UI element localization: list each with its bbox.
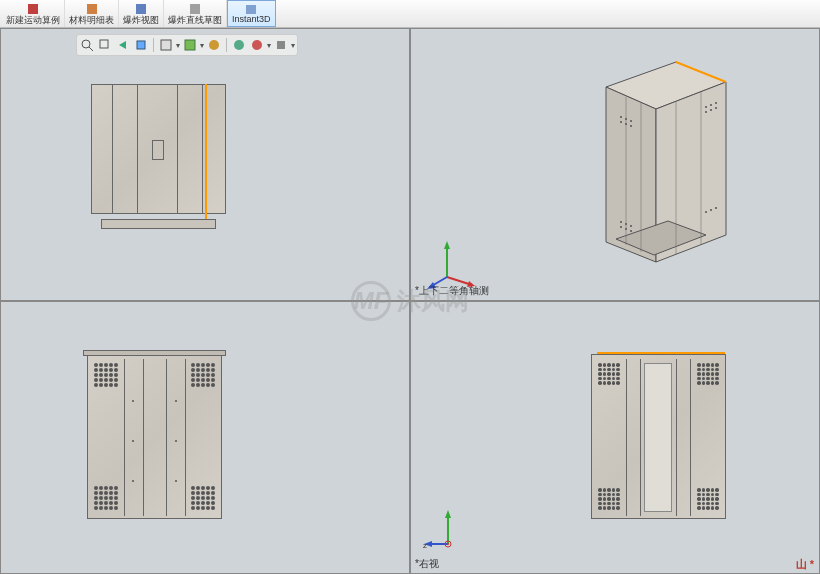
camera-icon[interactable] (231, 37, 247, 53)
ribbon-btn-motion-study[interactable]: 新建运动算例 (2, 0, 65, 27)
svg-rect-4 (246, 5, 256, 14)
render-icon[interactable] (249, 37, 265, 53)
dropdown-arrow-icon[interactable]: ▾ (176, 41, 180, 50)
svg-point-39 (710, 209, 712, 211)
settings-icon[interactable] (273, 37, 289, 53)
explode-sketch-icon (188, 2, 202, 15)
svg-point-13 (252, 40, 262, 50)
svg-point-28 (630, 225, 632, 227)
scene-icon[interactable] (206, 37, 222, 53)
dropdown-arrow-icon[interactable]: ▾ (291, 41, 295, 50)
svg-point-20 (620, 116, 622, 118)
dropdown-arrow-icon[interactable]: ▾ (200, 41, 204, 50)
ribbon-label: 爆炸视图 (123, 16, 159, 25)
svg-rect-2 (136, 4, 146, 14)
bom-icon (85, 2, 99, 15)
svg-point-23 (620, 121, 622, 123)
model-iso-view (576, 47, 736, 277)
viewport-isometric[interactable]: *上下二等角轴测 (410, 28, 820, 301)
svg-line-6 (89, 47, 93, 51)
viewport-front[interactable] (0, 301, 410, 574)
svg-rect-0 (28, 4, 38, 14)
instant3d-icon (244, 3, 258, 14)
display-style-icon[interactable] (158, 37, 174, 53)
separator (153, 38, 154, 52)
ribbon-btn-instant3d[interactable]: Instant3D (227, 0, 276, 27)
ribbon-btn-explode-sketch[interactable]: 爆炸直线草图 (164, 0, 227, 27)
svg-point-11 (209, 40, 219, 50)
viewport-right[interactable]: z *右视 (410, 301, 820, 574)
model-base (101, 219, 216, 229)
ribbon-label: 爆炸直线草图 (168, 16, 222, 25)
triad-icon: z (423, 506, 468, 551)
separator (226, 38, 227, 52)
svg-point-35 (705, 111, 707, 113)
svg-point-34 (715, 102, 717, 104)
view-label: *右视 (415, 557, 439, 571)
svg-point-12 (234, 40, 244, 50)
model-front-view (87, 354, 222, 519)
svg-rect-1 (87, 4, 97, 14)
svg-rect-9 (161, 40, 171, 50)
svg-point-33 (710, 104, 712, 106)
svg-rect-3 (190, 4, 200, 14)
edge-highlight (597, 352, 725, 354)
zoom-prev-icon[interactable] (115, 37, 131, 53)
view-label: *上下二等角轴测 (415, 284, 489, 298)
svg-rect-14 (277, 41, 285, 49)
svg-point-26 (620, 221, 622, 223)
svg-point-25 (630, 125, 632, 127)
view-orient-icon[interactable] (133, 37, 149, 53)
svg-text:z: z (423, 541, 427, 550)
viewport-top[interactable] (0, 28, 410, 301)
svg-point-29 (620, 226, 622, 228)
zoom-fit-icon[interactable] (79, 37, 95, 53)
svg-marker-52 (445, 510, 451, 518)
section-icon[interactable] (182, 37, 198, 53)
svg-marker-46 (444, 241, 450, 249)
svg-point-40 (715, 207, 717, 209)
svg-point-32 (705, 106, 707, 108)
svg-point-22 (630, 120, 632, 122)
svg-point-31 (630, 230, 632, 232)
ribbon-label: 材料明细表 (69, 16, 114, 25)
zoom-area-icon[interactable] (97, 37, 113, 53)
motion-icon (26, 2, 40, 15)
exploded-icon (134, 2, 148, 15)
svg-rect-10 (185, 40, 195, 50)
dropdown-arrow-icon[interactable]: ▾ (267, 41, 271, 50)
ribbon-btn-bom[interactable]: 材料明细表 (65, 0, 119, 27)
ribbon-btn-exploded-view[interactable]: 爆炸视图 (119, 0, 164, 27)
view-toolbar: ▾ ▾ ▾ ▾ (76, 34, 298, 56)
svg-rect-8 (137, 41, 145, 49)
edge-highlight (205, 84, 207, 224)
svg-point-57 (447, 543, 449, 545)
svg-rect-7 (100, 40, 108, 48)
viewport-area: *上下二等角轴测 (0, 28, 820, 574)
svg-point-5 (82, 40, 90, 48)
model-top-rail (83, 350, 226, 356)
footer-brand: 山 * (796, 557, 814, 572)
ribbon-label: 新建运动算例 (6, 16, 60, 25)
model-right-view (591, 354, 726, 519)
svg-point-38 (705, 211, 707, 213)
svg-point-37 (715, 107, 717, 109)
ribbon-toolbar: 新建运动算例 材料明细表 爆炸视图 爆炸直线草图 Instant3D (0, 0, 820, 28)
ribbon-label: Instant3D (232, 15, 271, 24)
svg-point-36 (710, 109, 712, 111)
